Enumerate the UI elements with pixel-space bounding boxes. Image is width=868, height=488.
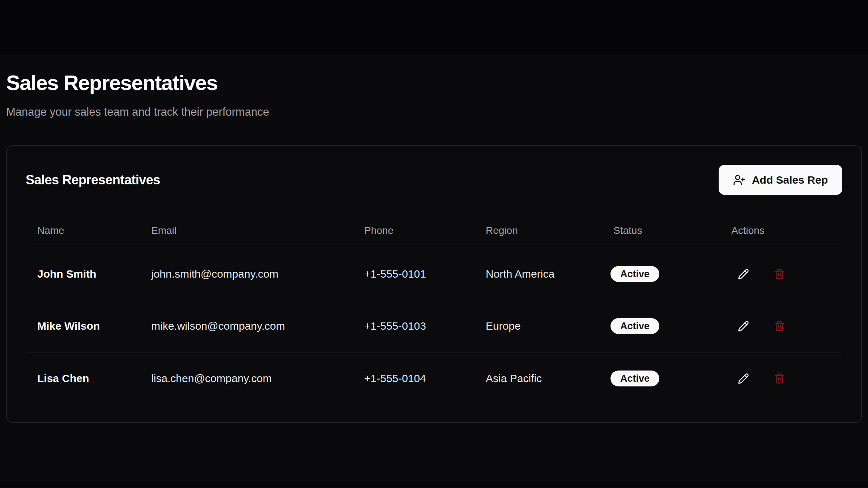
sales-reps-table: Name Email Phone Region Status Actions J… (26, 213, 842, 404)
sales-reps-card: Sales Representatives Add Sales Rep Name… (6, 145, 862, 423)
cell-region: Asia Pacific (474, 372, 602, 385)
table-row: Lisa Chen lisa.chen@company.com +1-555-0… (26, 352, 842, 404)
status-badge: Active (610, 318, 659, 334)
column-header-status: Status (602, 225, 720, 236)
cell-actions (720, 266, 843, 283)
cell-status: Active (602, 266, 720, 282)
table-header-row: Name Email Phone Region Status Actions (26, 213, 842, 248)
status-badge: Active (610, 266, 659, 282)
cell-email: john.smith@company.com (140, 268, 353, 280)
cell-region: Europe (474, 320, 602, 332)
card-header: Sales Representatives Add Sales Rep (26, 165, 842, 195)
column-header-phone: Phone (353, 225, 474, 236)
table-row: John Smith john.smith@company.com +1-555… (26, 248, 842, 300)
delete-button[interactable] (771, 370, 788, 387)
add-sales-rep-button[interactable]: Add Sales Rep (719, 165, 842, 195)
column-header-email: Email (140, 225, 353, 236)
cell-name: Mike Wilson (26, 320, 140, 332)
add-sales-rep-label: Add Sales Rep (752, 174, 828, 186)
status-badge: Active (610, 371, 659, 386)
cell-name: Lisa Chen (26, 372, 140, 385)
delete-button[interactable] (771, 318, 788, 335)
cell-region: North America (474, 268, 602, 280)
pencil-icon (738, 373, 749, 384)
page-subtitle: Manage your sales team and track their p… (6, 104, 862, 120)
edit-button[interactable] (735, 318, 752, 335)
cell-actions (720, 318, 843, 335)
table-row: Mike Wilson mike.wilson@company.com +1-5… (26, 300, 842, 352)
page-title: Sales Representatives (6, 70, 862, 96)
column-header-name: Name (26, 225, 140, 236)
trash-icon (774, 321, 785, 331)
column-header-region: Region (474, 225, 602, 236)
cell-status: Active (602, 371, 720, 386)
pencil-icon (738, 269, 749, 280)
edit-button[interactable] (735, 266, 752, 283)
trash-icon (774, 373, 785, 384)
delete-button[interactable] (771, 266, 788, 283)
cell-email: mike.wilson@company.com (140, 320, 353, 332)
cell-name: John Smith (26, 268, 140, 280)
edit-button[interactable] (735, 370, 752, 387)
trash-icon (774, 269, 785, 279)
page-bottom-band (0, 481, 868, 488)
card-title: Sales Representatives (26, 172, 160, 188)
pencil-icon (738, 321, 749, 332)
cell-status: Active (602, 318, 720, 334)
cell-phone: +1-555-0103 (353, 320, 474, 332)
cell-actions (720, 370, 843, 387)
column-header-actions: Actions (720, 225, 843, 236)
user-plus-icon (733, 174, 745, 186)
sales-representatives-page: Sales Representatives Manage your sales … (0, 0, 868, 423)
cell-phone: +1-555-0104 (353, 372, 474, 385)
cell-email: lisa.chen@company.com (140, 372, 353, 385)
cell-phone: +1-555-0101 (353, 268, 474, 280)
